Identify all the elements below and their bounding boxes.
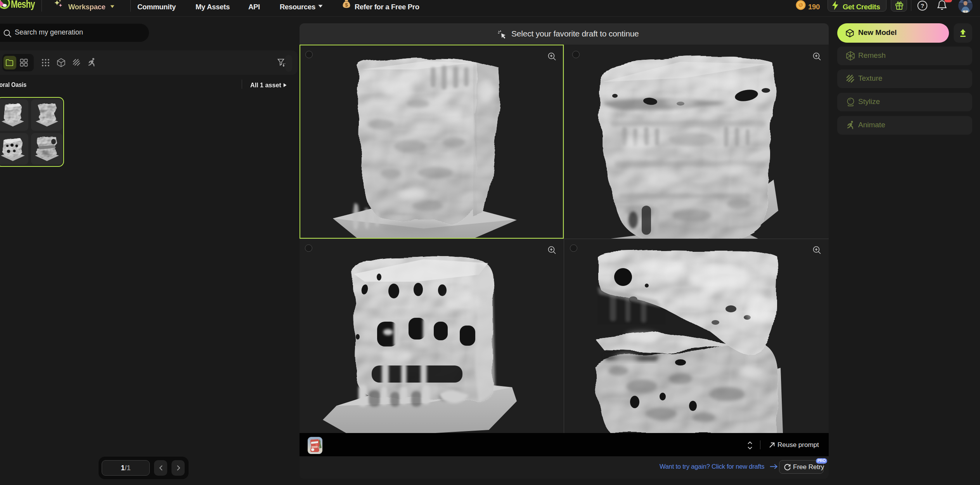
svg-text:$: $: [345, 2, 348, 8]
svg-text:?: ?: [921, 2, 924, 9]
